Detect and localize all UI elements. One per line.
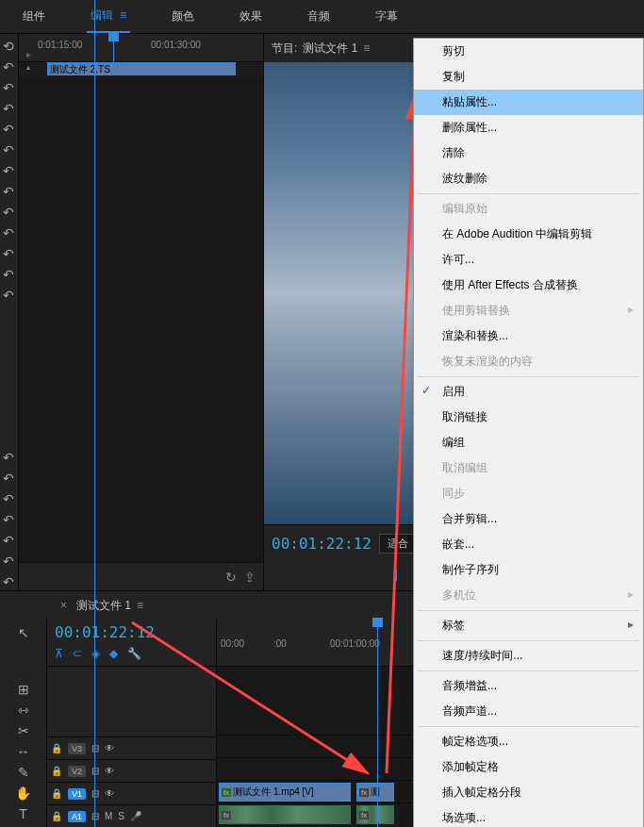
collapse-icon[interactable]: ▴	[26, 63, 30, 72]
menu-item[interactable]: 渲染和替换...	[414, 323, 643, 349]
wrench-icon[interactable]: 🔧	[127, 647, 141, 660]
lock-icon[interactable]: 🔒	[51, 743, 62, 753]
source-patch-icon[interactable]: ⊟	[91, 743, 99, 753]
track-label-v1[interactable]: V1	[68, 788, 86, 800]
undo-icon[interactable]: ↶	[0, 204, 17, 221]
source-clip[interactable]: 测试文件 2.TS	[47, 62, 236, 75]
menu-item[interactable]: 标签▸	[414, 613, 643, 638]
workspace-tab-editing[interactable]: 编辑 ≡	[87, 0, 130, 33]
playhead-icon[interactable]	[108, 32, 119, 41]
menu-item[interactable]: 粘贴属性...	[414, 90, 643, 115]
export-icon[interactable]: ⇪	[244, 570, 256, 585]
timeline-clip-a1b[interactable]: fx	[356, 805, 394, 824]
track-label-v3[interactable]: V3	[68, 743, 86, 754]
undo-icon[interactable]: ↶	[0, 58, 17, 75]
source-patch-icon[interactable]: ⊟	[91, 811, 99, 821]
undo-icon[interactable]: ↶	[0, 470, 17, 487]
menu-item[interactable]: 删除属性...	[414, 115, 643, 141]
workspace-tab-effects[interactable]: 效果	[236, 1, 266, 32]
undo-icon[interactable]: ↶	[0, 224, 17, 241]
eye-icon[interactable]: 👁	[105, 766, 114, 776]
fx-badge-icon[interactable]: fx	[359, 788, 369, 797]
fx-badge-icon[interactable]: fx	[359, 811, 369, 819]
menu-item[interactable]: 添加帧定格	[414, 754, 643, 780]
workspace-tab-captions[interactable]: 字幕	[372, 1, 402, 32]
timeline-clip-a1[interactable]: fx	[219, 805, 351, 824]
undo-icon[interactable]: ↶	[0, 266, 17, 283]
menu-item[interactable]: 制作子序列	[414, 557, 643, 583]
menu-item[interactable]: ✓启用	[414, 379, 643, 405]
undo-icon[interactable]: ↶	[0, 532, 17, 549]
menu-item[interactable]: 插入帧定格分段	[414, 780, 643, 805]
loop-icon[interactable]: ↻	[225, 570, 237, 585]
menu-item[interactable]: 清除	[414, 141, 643, 166]
source-ruler[interactable]: 0:01:15:00 00:01:30:00 ▸	[19, 34, 263, 62]
menu-item[interactable]: 剪切	[414, 39, 643, 64]
eye-icon[interactable]: 👁	[105, 743, 114, 753]
link-icon[interactable]: ⊂	[73, 647, 82, 660]
menu-item[interactable]: 速度/持续时间...	[414, 643, 643, 669]
pen-tool-icon[interactable]: ✎	[15, 763, 32, 782]
menu-item[interactable]: 波纹删除	[414, 166, 643, 191]
settings-icon[interactable]: ◆	[109, 647, 118, 660]
close-tab-icon[interactable]: ×	[60, 599, 67, 612]
undo-icon[interactable]: ↶	[0, 183, 17, 200]
type-tool-icon[interactable]: T	[15, 804, 32, 823]
panel-menu-icon[interactable]: ≡	[137, 599, 143, 612]
menu-item[interactable]: 帧定格选项...	[414, 729, 643, 754]
workspace-tab-assembly[interactable]: 组件	[19, 1, 49, 32]
undo-icon[interactable]: ↶	[0, 553, 17, 570]
timeline-tab[interactable]: 测试文件 1	[76, 598, 131, 614]
fit-zoom-button[interactable]: 适合	[379, 534, 417, 554]
undo-icon[interactable]: ↶	[0, 573, 17, 590]
menu-item[interactable]: 音频增益...	[414, 673, 643, 699]
fx-badge-icon[interactable]: fx	[222, 811, 231, 819]
undo-icon[interactable]: ↶	[0, 511, 17, 528]
menu-item[interactable]: 取消链接	[414, 405, 643, 430]
lock-icon[interactable]: 🔒	[51, 766, 62, 776]
voice-icon[interactable]: 🎤	[130, 811, 141, 821]
step-backward-icon[interactable]: ⟲	[0, 38, 17, 55]
razor-tool-icon[interactable]: ✂	[15, 721, 32, 740]
undo-icon[interactable]: ↶	[0, 490, 17, 507]
expand-icon[interactable]: ▸	[26, 49, 31, 59]
timeline-clip-v1b[interactable]: fx 测	[356, 783, 394, 802]
undo-icon[interactable]: ↶	[0, 287, 17, 304]
undo-icon[interactable]: ↶	[0, 121, 17, 138]
track-header-v1[interactable]: 🔒 V1 ⊟ 👁	[47, 782, 216, 804]
menu-item[interactable]: 在 Adobe Audition 中编辑剪辑	[414, 222, 643, 247]
slip-tool-icon[interactable]: ↔	[15, 742, 32, 761]
menu-item[interactable]: 场选项...	[414, 805, 643, 827]
workspace-tab-audio[interactable]: 音频	[304, 1, 334, 32]
marker-icon[interactable]: ◈	[91, 647, 100, 660]
panel-menu-icon[interactable]: ≡	[363, 41, 370, 55]
track-header-a1[interactable]: 🔒 A1 ⊟ M S 🎤	[47, 804, 216, 827]
lock-icon[interactable]: 🔒	[51, 811, 62, 821]
undo-icon[interactable]: ↶	[0, 162, 17, 179]
undo-icon[interactable]: ↶	[0, 141, 17, 158]
eye-icon[interactable]: 👁	[105, 788, 114, 799]
hand-tool-icon[interactable]: ✋	[15, 784, 32, 802]
track-header-v3[interactable]: 🔒 V3 ⊟ 👁	[47, 736, 216, 759]
track-label-a1[interactable]: A1	[68, 811, 86, 822]
source-patch-icon[interactable]: ⊟	[91, 766, 99, 776]
mute-icon[interactable]: M	[105, 811, 112, 821]
playhead-icon[interactable]	[372, 618, 383, 627]
undo-icon[interactable]: ↶	[0, 100, 17, 117]
menu-item[interactable]: 许可...	[414, 247, 643, 273]
timeline-timecode[interactable]: 00:01:22:12	[55, 623, 208, 641]
lock-icon[interactable]: 🔒	[51, 788, 62, 799]
snap-icon[interactable]: ⊼	[55, 647, 63, 660]
track-select-tool-icon[interactable]: ⊞	[15, 680, 32, 699]
menu-item[interactable]: 音频声道...	[414, 699, 643, 724]
program-timecode[interactable]: 00:01:22:12	[272, 535, 372, 553]
undo-icon[interactable]: ↶	[0, 79, 17, 96]
undo-icon[interactable]: ↶	[0, 449, 17, 466]
fx-badge-icon[interactable]: fx	[222, 788, 231, 797]
menu-item[interactable]: 使用 After Effects 合成替换	[414, 273, 643, 298]
undo-icon[interactable]: ↶	[0, 245, 17, 262]
playhead-line[interactable]	[377, 667, 378, 827]
menu-item[interactable]: 编组	[414, 430, 643, 455]
track-header-v2[interactable]: 🔒 V2 ⊟ 👁	[47, 759, 216, 782]
workspace-tab-color[interactable]: 颜色	[168, 1, 198, 32]
